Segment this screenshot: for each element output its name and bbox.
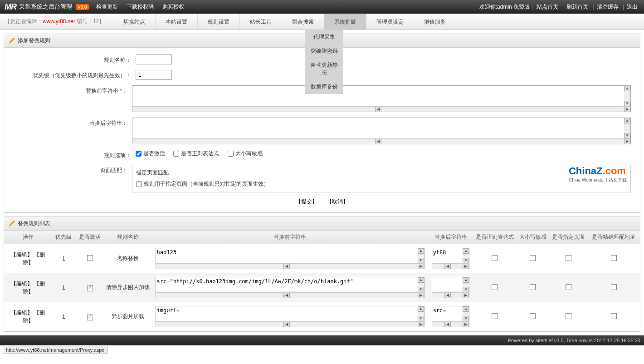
- th-after: 替换后字符串: [428, 231, 473, 244]
- regex-checkbox[interactable]: [492, 255, 498, 261]
- scroll-up-icon[interactable]: ▲: [624, 86, 630, 91]
- pencil-icon: [9, 38, 15, 44]
- table-row: 【编辑】 【删除】1名称替换hao123▲▼◀▶yt88▲▼◀▶: [4, 244, 640, 273]
- tab-rule-settings[interactable]: 规则设置: [198, 14, 240, 30]
- th-before: 替换前字符串: [152, 231, 428, 244]
- buy-license-link[interactable]: 购买授权: [162, 4, 184, 10]
- table-row: 【编辑】 【删除】1异步图片加载imgurl=▲▼◀▶src=▲▼◀▶: [4, 302, 640, 331]
- system-extension-dropdown: 代理采集 突破防盗链 自动更新静态 数据库备份: [305, 30, 343, 94]
- panel-title: 添加替换规则: [18, 37, 50, 44]
- exact-checkbox[interactable]: [611, 313, 617, 319]
- download-license-link[interactable]: 下载授权码: [127, 4, 154, 10]
- tab-site-settings[interactable]: 本站设置: [156, 14, 198, 30]
- cell-priority: 1: [52, 273, 76, 302]
- scroll-right-icon[interactable]: ▶: [624, 107, 630, 112]
- label-before: 替换前字符串 *：: [13, 85, 132, 95]
- label-pagematch: 页面匹配：: [13, 165, 132, 174]
- edit-link[interactable]: 【编辑】: [11, 251, 33, 258]
- tab-webmaster-tools[interactable]: 站长工具: [240, 14, 282, 30]
- dropdown-antileech[interactable]: 突破防盗链: [305, 44, 343, 58]
- active-checkbox[interactable]: [87, 315, 93, 320]
- checkbox-case[interactable]: [228, 151, 234, 157]
- before-textarea-wrap: ▲▼ ◀▶: [132, 85, 631, 112]
- scroll-down-icon[interactable]: ▼: [624, 101, 630, 106]
- panel-title: 替换规则列表: [18, 220, 50, 227]
- chinaz-logo: ChinaZ.com China Webmaster | 站长下载: [569, 165, 627, 183]
- version-badge: V3.0: [76, 4, 89, 10]
- top-right: 欢迎你:admin 免费版 |站点首页 |刷新首页 |清空缓存 |退出: [479, 3, 639, 11]
- clear-cache-link[interactable]: 清空缓存: [597, 4, 619, 10]
- label-rule-name: 规则名称：: [13, 54, 136, 64]
- before-cell-textarea[interactable]: hao123: [156, 248, 424, 262]
- label-priority: 优先级（优先级数小的规则最先生效）：: [13, 70, 136, 79]
- edit-link[interactable]: 【编辑】: [11, 280, 33, 287]
- submit-button[interactable]: 【提交】: [296, 198, 317, 205]
- tab-switch-site[interactable]: 切换站点: [113, 14, 156, 30]
- refresh-link[interactable]: 刷新首页: [566, 4, 588, 10]
- case-checkbox[interactable]: [530, 255, 536, 261]
- pencil-icon: [9, 221, 15, 227]
- cell-priority: 1: [52, 244, 76, 273]
- active-checkbox[interactable]: [87, 285, 93, 291]
- before-cell-textarea[interactable]: src="http://s0.hao123img.com/img/1L/Aw/2…: [156, 277, 424, 291]
- cell-name: 清除异步图片加载: [104, 273, 152, 302]
- navbar: 【您正在编辑：www.yt88.net 编号：12】 切换站点 本站设置 规则设…: [0, 14, 644, 30]
- page-checkbox[interactable]: [566, 255, 571, 261]
- before-textarea[interactable]: [132, 86, 630, 105]
- page-checkbox[interactable]: [566, 313, 571, 319]
- rule-table: 操作 优先级 是否激活 规则名称 替换前字符串 替换后字符串 是否正则表达式 大…: [4, 231, 640, 331]
- checkbox-regex[interactable]: [173, 151, 179, 157]
- cancel-button[interactable]: 【取消】: [327, 198, 348, 205]
- site-home-link[interactable]: 站点首页: [537, 4, 558, 10]
- th-name: 规则名称: [104, 231, 152, 244]
- edit-link[interactable]: 【编辑】: [11, 310, 33, 316]
- th-op: 操作: [4, 231, 52, 244]
- exact-checkbox[interactable]: [611, 284, 617, 290]
- case-checkbox[interactable]: [530, 313, 536, 319]
- exact-checkbox[interactable]: [611, 255, 617, 261]
- rule-name-input[interactable]: [136, 54, 172, 64]
- logout-link[interactable]: 退出: [627, 4, 638, 10]
- checkbox-pagematch[interactable]: [136, 181, 142, 187]
- pagematch-title: 指定页面匹配: [136, 169, 627, 177]
- check-update-link[interactable]: 检查更新: [96, 4, 118, 10]
- active-checkbox[interactable]: [87, 255, 93, 261]
- dropdown-autostatic[interactable]: 自动更新静态: [305, 58, 343, 80]
- editing-site: www.yt88.net: [43, 18, 75, 25]
- checkbox-active[interactable]: [136, 151, 141, 157]
- before-cell-textarea[interactable]: imgurl=: [156, 306, 424, 320]
- plan-label: 免费版: [513, 4, 530, 10]
- th-priority: 优先级: [52, 231, 76, 244]
- tab-aggregate-search[interactable]: 聚合搜索: [282, 14, 324, 30]
- tab-value-added[interactable]: 增值服务: [414, 14, 456, 30]
- priority-input[interactable]: [136, 70, 172, 80]
- rule-list-panel: 替换规则列表 操作 优先级 是否激活 规则名称 替换前字符串 替换后字符串 是否…: [4, 216, 640, 332]
- username: admin: [497, 4, 512, 10]
- footer: Powered by sitethief v3.0, Time now is:2…: [0, 335, 644, 345]
- th-page: 是否指定页面: [549, 231, 587, 244]
- app-title: 采集系统之后台管理: [19, 3, 72, 11]
- th-case: 大小写敏感: [516, 231, 550, 244]
- th-active: 是否激活: [76, 231, 104, 244]
- regex-checkbox[interactable]: [492, 284, 498, 290]
- dropdown-dbbackup[interactable]: 数据库备份: [305, 80, 343, 94]
- tab-system-extension[interactable]: 系统扩展: [324, 14, 366, 30]
- topbar: MR 采集系统之后台管理 V3.0 检查更新 下载授权码 购买授权 欢迎你:ad…: [0, 0, 644, 14]
- tab-admin-settings[interactable]: 管理员设定: [366, 14, 414, 30]
- top-links: 检查更新 下载授权码 购买授权: [93, 3, 188, 11]
- cell-name: 名称替换: [104, 244, 152, 273]
- cell-priority: 1: [52, 302, 76, 331]
- case-checkbox[interactable]: [530, 284, 536, 290]
- th-regex: 是否正则表达式: [473, 231, 516, 244]
- regex-checkbox[interactable]: [492, 313, 498, 319]
- logo: MR: [5, 2, 16, 12]
- editing-info: 【您正在编辑：www.yt88.net 编号：12】: [5, 18, 104, 25]
- th-exact: 是否精确匹配地址: [587, 231, 640, 244]
- cell-name: 异步图片加载: [104, 302, 152, 331]
- label-after: 替换后字符串：: [13, 118, 132, 127]
- label-options: 规则选项：: [13, 150, 136, 159]
- page-checkbox[interactable]: [566, 284, 571, 290]
- dropdown-proxy[interactable]: 代理采集: [305, 30, 343, 44]
- after-textarea[interactable]: [132, 118, 630, 137]
- scroll-left-icon[interactable]: ◀: [375, 107, 381, 112]
